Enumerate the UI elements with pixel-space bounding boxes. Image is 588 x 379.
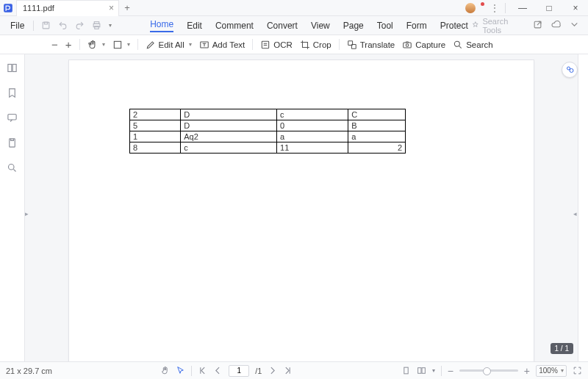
- menu-home[interactable]: Home: [150, 19, 173, 32]
- thumbnails-icon[interactable]: [7, 62, 18, 73]
- menu-edit[interactable]: Edit: [187, 21, 202, 31]
- comment-panel-icon[interactable]: [7, 112, 18, 123]
- status-bar: 21 x 29.7 cm /1 ▾ − + 100%▾: [0, 361, 588, 379]
- left-sidebar: [0, 54, 25, 361]
- svg-point-21: [567, 67, 570, 70]
- print-icon[interactable]: [92, 21, 101, 30]
- search-tools-input[interactable]: Search Tools: [471, 17, 524, 35]
- svg-rect-19: [10, 138, 15, 146]
- table-row: 5D0B: [130, 120, 406, 131]
- next-page-icon[interactable]: [268, 366, 277, 375]
- document-viewport[interactable]: 2DcC 5D0B 1Aq2aa 8c112: [25, 54, 578, 361]
- zoom-level-select[interactable]: 100%▾: [536, 365, 567, 377]
- menu-protect[interactable]: Protect: [440, 21, 468, 31]
- two-page-icon[interactable]: [417, 366, 426, 375]
- tab-title: 1111.pdf: [23, 4, 54, 12]
- document-table: 2DcC 5D0B 1Aq2aa 8c112: [129, 109, 406, 154]
- svg-point-22: [570, 69, 573, 73]
- vertical-scrollbar[interactable]: [578, 54, 588, 361]
- undo-icon[interactable]: [58, 21, 68, 30]
- svg-point-20: [9, 164, 15, 170]
- minimize-button[interactable]: —: [513, 1, 532, 15]
- find-panel-icon[interactable]: [7, 162, 18, 173]
- expand-left-handle[interactable]: ▸: [25, 208, 29, 220]
- ocr-label: OCR: [273, 40, 293, 49]
- bookmark-icon[interactable]: [7, 87, 18, 98]
- title-bar: 1111.pdf × + ⋮ — □ ×: [0, 0, 588, 16]
- svg-rect-16: [8, 64, 12, 71]
- zoom-out-status-button[interactable]: −: [448, 365, 453, 377]
- file-menu[interactable]: File: [4, 21, 30, 31]
- svg-rect-17: [12, 64, 16, 71]
- zoom-slider[interactable]: [459, 369, 518, 372]
- ocr-button[interactable]: OCR: [260, 40, 293, 50]
- menu-convert[interactable]: Convert: [267, 21, 298, 31]
- capture-label: Capture: [415, 40, 445, 49]
- hand-tool[interactable]: ▾: [87, 40, 105, 50]
- maximize-button[interactable]: □: [539, 1, 559, 15]
- cloud-icon[interactable]: [551, 20, 561, 32]
- save-icon[interactable]: [41, 21, 51, 30]
- menu-chevron-icon[interactable]: [570, 20, 579, 32]
- search-label: Search: [466, 40, 492, 49]
- prev-page-icon[interactable]: [213, 366, 223, 375]
- ribbon-toolbar: − + ▾ ▾ Edit All▾ Add Text OCR Crop Tran…: [0, 35, 588, 54]
- zoom-in-button[interactable]: +: [65, 38, 72, 51]
- zoom-out-button[interactable]: −: [51, 38, 58, 51]
- translate-button[interactable]: Translate: [347, 40, 395, 50]
- select-mode-icon[interactable]: [176, 366, 185, 375]
- document-page: 2DcC 5D0B 1Aq2aa 8c112: [69, 60, 534, 361]
- first-page-icon[interactable]: [198, 366, 207, 375]
- crop-button[interactable]: Crop: [300, 40, 331, 50]
- svg-point-15: [455, 41, 460, 46]
- svg-point-14: [406, 43, 409, 46]
- close-icon[interactable]: ×: [109, 3, 114, 13]
- search-button[interactable]: Search: [453, 40, 492, 50]
- menu-comment[interactable]: Comment: [215, 21, 254, 31]
- table-row: 2DcC: [130, 109, 406, 120]
- edit-all-label: Edit All: [159, 40, 184, 49]
- page-total-label: /1: [255, 367, 262, 375]
- edit-all-button[interactable]: Edit All▾: [146, 40, 192, 50]
- menu-bar: File ▾ Home Edit Comment Convert View Pa…: [0, 16, 588, 35]
- fullscreen-icon[interactable]: [573, 366, 582, 375]
- select-tool[interactable]: ▾: [112, 40, 130, 50]
- svg-rect-10: [262, 41, 269, 48]
- menu-tool[interactable]: Tool: [377, 21, 393, 31]
- menu-view[interactable]: View: [311, 21, 330, 31]
- svg-rect-3: [45, 22, 48, 24]
- attachment-icon[interactable]: [7, 137, 18, 148]
- crop-label: Crop: [313, 40, 331, 49]
- translate-label: Translate: [360, 40, 395, 49]
- last-page-icon[interactable]: [283, 366, 293, 375]
- svg-rect-8: [114, 41, 121, 48]
- page-view-chevron-icon[interactable]: ▾: [432, 367, 435, 374]
- zoom-in-status-button[interactable]: +: [524, 365, 530, 377]
- close-window-button[interactable]: ×: [566, 1, 585, 15]
- svg-rect-0: [4, 4, 12, 12]
- page-size-label: 21 x 29.7 cm: [6, 367, 52, 375]
- qat-chevron-down-icon[interactable]: ▾: [109, 22, 112, 29]
- main-area: ▸ 2DcC 5D0B 1Aq2aa 8c112 ◂ 1 / 1: [0, 54, 588, 361]
- svg-rect-2: [43, 22, 49, 29]
- svg-rect-18: [8, 114, 16, 120]
- document-tab[interactable]: 1111.pdf ×: [16, 0, 119, 16]
- add-text-button[interactable]: Add Text: [199, 40, 245, 50]
- hand-mode-icon[interactable]: [160, 366, 170, 375]
- svg-rect-25: [422, 368, 425, 374]
- menu-form[interactable]: Form: [406, 21, 427, 31]
- page-number-input[interactable]: [229, 365, 249, 377]
- table-row: 1Aq2aa: [130, 131, 406, 142]
- expand-right-handle[interactable]: ◂: [573, 208, 578, 220]
- table-row: 8c112: [130, 142, 406, 154]
- redo-icon[interactable]: [75, 21, 85, 30]
- user-avatar-icon[interactable]: [465, 3, 476, 13]
- new-tab-button[interactable]: +: [119, 2, 135, 13]
- more-icon[interactable]: ⋮: [490, 3, 498, 13]
- ai-assistant-button[interactable]: [562, 62, 578, 78]
- capture-button[interactable]: Capture: [402, 40, 445, 50]
- app-logo-icon: [0, 0, 16, 16]
- menu-page[interactable]: Page: [343, 21, 364, 31]
- single-page-icon[interactable]: [401, 366, 411, 375]
- share-icon[interactable]: [533, 20, 542, 32]
